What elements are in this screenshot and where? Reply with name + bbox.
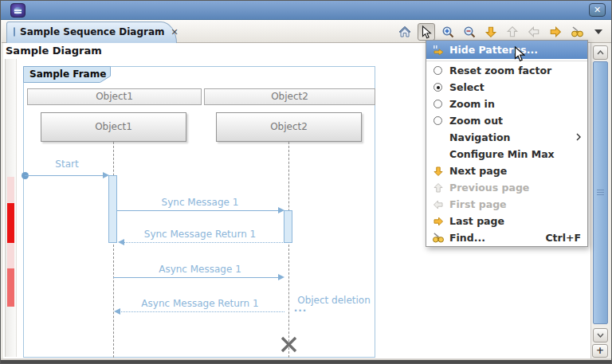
menu-item-label: Configure Min Max (449, 148, 555, 160)
ruler-marker-salmon[interactable] (7, 268, 14, 307)
menu-item-label: Next page (449, 165, 507, 177)
menu-separator (426, 59, 587, 61)
zoom-in-button[interactable] (439, 23, 457, 41)
vertical-scrollbar[interactable] (590, 43, 609, 358)
find-icon (571, 25, 584, 38)
view-menu-button[interactable] (590, 23, 607, 41)
home-button[interactable] (396, 23, 414, 41)
object-box-2[interactable]: Object2 (216, 112, 362, 142)
eclipse-logo-icon (10, 3, 26, 18)
scroll-thumb[interactable] (593, 61, 608, 324)
shortcut-label: Ctrl+F (545, 232, 581, 244)
previous-page-button[interactable] (504, 23, 521, 41)
radio-icon (434, 100, 442, 108)
arrowhead-right-icon (278, 274, 284, 280)
sync-message-1-label: Sync Message 1 (120, 197, 280, 208)
chevron-down-icon (594, 29, 602, 38)
cursor-icon (422, 25, 432, 39)
arrowhead-left-icon (118, 239, 124, 245)
next-page-button[interactable] (482, 23, 500, 41)
radio-selected-icon (434, 83, 442, 92)
arrow-down-icon (431, 165, 445, 178)
context-menu: Hide Patterns... Reset zoom factor Selec… (426, 40, 588, 247)
radio-icon (434, 116, 442, 125)
zoom-out-button[interactable] (461, 23, 478, 41)
menu-item-label: First page (449, 198, 507, 210)
arrow-up-icon (431, 182, 445, 194)
select-tool-button[interactable] (418, 23, 435, 41)
window-close-button[interactable]: ✕ (589, 3, 606, 17)
mouse-cursor-icon (514, 46, 525, 62)
lifeline-object2[interactable] (288, 142, 289, 358)
async-return-1-line[interactable] (116, 311, 284, 312)
view-header: Sample Diagram (6, 45, 102, 57)
app-window: ✕ Sample Sequence Diagram ✕ (0, 0, 612, 364)
time-compression-ruler (5, 59, 17, 357)
menu-item-zoom-in[interactable]: Zoom in (426, 96, 587, 112)
header-col-object1[interactable]: Object1 (27, 88, 202, 105)
zoom-plus-button[interactable]: + (592, 344, 608, 358)
async-message-1-line[interactable] (113, 277, 280, 278)
window-bottom-border (1, 358, 612, 364)
sync-message-1-line[interactable] (117, 210, 280, 211)
menu-item-previous-page[interactable]: Previous page (426, 179, 587, 196)
menu-item-find[interactable]: Find... Ctrl+F (426, 229, 587, 246)
hide-patterns-icon (431, 45, 445, 56)
arrowhead-right-icon (278, 207, 284, 213)
destruction-x-icon[interactable] (280, 335, 298, 354)
find-button[interactable] (568, 23, 586, 41)
thumb-grip-icon (597, 190, 604, 196)
arrowhead-left-icon (114, 308, 120, 315)
menu-item-label: Last page (449, 215, 504, 227)
arrow-right-icon (549, 25, 562, 38)
view-toolbar (396, 22, 607, 41)
start-message-line[interactable] (25, 175, 106, 176)
close-icon: ✕ (594, 5, 601, 15)
menu-item-navigation[interactable]: Navigation (426, 129, 587, 146)
object-box-1[interactable]: Object1 (41, 112, 186, 142)
activation-bar-2[interactable] (284, 210, 292, 243)
menu-item-label: Navigation (449, 131, 510, 143)
menu-item-zoom-out[interactable]: Zoom out (426, 112, 587, 129)
arrowhead-right-icon (103, 172, 109, 178)
ruler-marker-pink-1[interactable] (7, 177, 14, 203)
menu-item-label: Zoom out (449, 115, 503, 127)
menu-item-reset-zoom[interactable]: Reset zoom factor (426, 62, 587, 79)
find-icon (431, 232, 445, 245)
submenu-chevron-icon (576, 131, 581, 143)
header-col-object2[interactable]: Object2 (204, 88, 375, 105)
diagram-tab-icon (14, 27, 15, 37)
radio-icon (434, 66, 442, 75)
async-message-1-label: Async Message 1 (116, 264, 284, 275)
ruler-marker-red[interactable] (7, 203, 14, 243)
tab-sample-sequence-diagram[interactable]: Sample Sequence Diagram ✕ (6, 22, 177, 43)
home-icon (398, 25, 411, 38)
menu-item-first-page[interactable]: First page (426, 196, 587, 213)
sync-return-1-line[interactable] (120, 242, 284, 243)
arrow-right-icon (431, 215, 445, 228)
arrow-up-icon (506, 25, 519, 38)
lifeline-object1[interactable] (113, 142, 114, 358)
last-page-button[interactable] (547, 23, 564, 41)
sync-return-1-label: Sync Message Return 1 (116, 229, 284, 240)
zoom-out-icon (463, 25, 477, 39)
scroll-down-button[interactable] (593, 328, 608, 342)
menu-item-label: Previous page (449, 182, 529, 194)
frame-label: Sample Frame (29, 68, 106, 80)
start-label: Start (39, 159, 95, 170)
ruler-marker-pink-2[interactable] (7, 243, 14, 268)
menu-item-next-page[interactable]: Next page (426, 162, 587, 179)
arrow-left-icon (528, 25, 540, 38)
menu-item-label: Select (449, 81, 484, 93)
menu-item-hide-patterns[interactable]: Hide Patterns... (426, 41, 587, 59)
menu-item-configure-min-max[interactable]: Configure Min Max (426, 146, 587, 162)
scroll-up-button[interactable] (593, 45, 608, 60)
menu-item-last-page[interactable]: Last page (426, 213, 587, 229)
arrow-down-icon (484, 25, 497, 38)
menu-item-select[interactable]: Select (426, 79, 587, 96)
menu-item-label: Find... (449, 232, 485, 244)
menu-item-label: Reset zoom factor (449, 65, 551, 76)
tab-close-icon[interactable]: ✕ (171, 27, 178, 37)
tab-label: Sample Sequence Diagram (20, 26, 165, 37)
first-page-button[interactable] (525, 23, 543, 41)
